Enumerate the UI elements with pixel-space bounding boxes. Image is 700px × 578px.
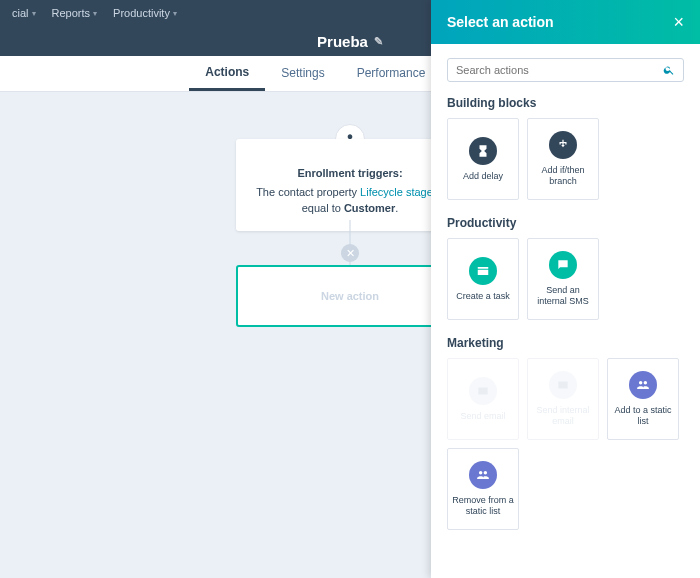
section-title: Productivity	[447, 216, 684, 230]
tile-label: Add to a static list	[612, 405, 674, 427]
action-search-input[interactable]	[456, 64, 663, 76]
hourglass-icon	[469, 137, 497, 165]
action-tile-add-to-a-static-list[interactable]: Add to a static list	[607, 358, 679, 440]
action-tile-create-a-task[interactable]: Create a task	[447, 238, 519, 320]
action-panel: Select an action × Building blocksAdd de…	[431, 0, 700, 578]
new-action-placeholder[interactable]: New action	[236, 265, 464, 327]
action-tile-send-internal-email: Send internal email	[527, 358, 599, 440]
search-icon	[663, 64, 675, 76]
tile-row: Add delayAdd if/then branch	[447, 118, 684, 200]
email-icon	[469, 377, 497, 405]
task-icon	[469, 257, 497, 285]
tile-label: Add if/then branch	[532, 165, 594, 187]
section-title: Marketing	[447, 336, 684, 350]
action-tile-add-delay[interactable]: Add delay	[447, 118, 519, 200]
panel-header: Select an action ×	[431, 0, 700, 44]
sms-icon	[549, 251, 577, 279]
nav-reports[interactable]: Reports▾	[44, 7, 106, 19]
tile-label: Send internal email	[532, 405, 594, 427]
tile-row: Create a taskSend an internal SMS	[447, 238, 684, 320]
pencil-icon[interactable]: ✎	[374, 35, 383, 48]
tile-row: Send emailSend internal emailAdd to a st…	[447, 358, 684, 530]
action-tile-remove-from-a-static-list[interactable]: Remove from a static list	[447, 448, 519, 530]
tab-performance[interactable]: Performance	[341, 56, 442, 91]
tab-settings[interactable]: Settings	[265, 56, 340, 91]
tile-label: Send an internal SMS	[532, 285, 594, 307]
action-tile-add-if-then-branch[interactable]: Add if/then branch	[527, 118, 599, 200]
tile-label: Add delay	[463, 171, 503, 182]
tile-label: Send email	[460, 411, 505, 422]
workflow-title: Prueba	[317, 33, 368, 50]
tab-actions[interactable]: Actions	[189, 56, 265, 91]
action-tile-send-an-internal-sms[interactable]: Send an internal SMS	[527, 238, 599, 320]
property-link[interactable]: Lifecycle stage	[360, 186, 433, 198]
panel-title: Select an action	[447, 14, 554, 30]
close-icon[interactable]: ×	[673, 12, 684, 33]
trigger-title: Enrollment triggers:	[250, 165, 450, 182]
panel-body: Building blocksAdd delayAdd if/then bran…	[431, 44, 700, 578]
section-title: Building blocks	[447, 96, 684, 110]
nav-social[interactable]: cial▾	[4, 7, 44, 19]
enrollment-trigger-card[interactable]: Enrollment triggers: The contact propert…	[236, 139, 464, 231]
action-search[interactable]	[447, 58, 684, 82]
nav-productivity[interactable]: Productivity▾	[105, 7, 185, 19]
branch-icon	[549, 131, 577, 159]
remove-node-button[interactable]: ✕	[341, 244, 359, 262]
tile-label: Create a task	[456, 291, 510, 302]
email-icon	[549, 371, 577, 399]
group-icon	[469, 461, 497, 489]
group-icon	[629, 371, 657, 399]
action-tile-send-email: Send email	[447, 358, 519, 440]
tile-label: Remove from a static list	[452, 495, 514, 517]
trigger-description: The contact property Lifecycle stage is …	[250, 184, 450, 217]
